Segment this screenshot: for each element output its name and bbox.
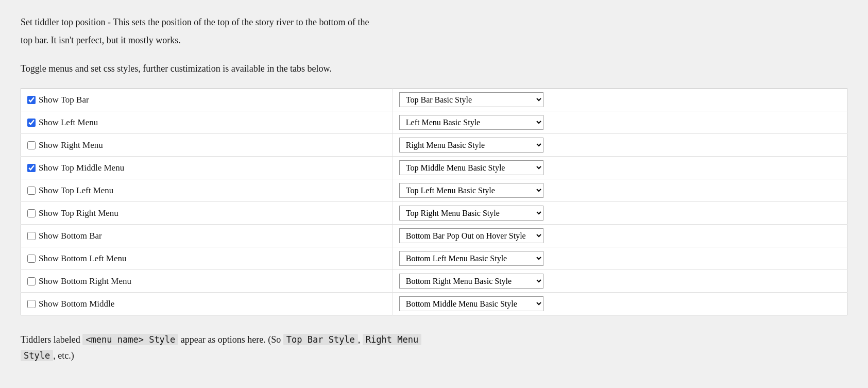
table-row: Show Bottom MiddleBottom Middle Menu Bas… — [21, 293, 847, 315]
select-show-left-menu[interactable]: Left Menu Basic StyleLeft Menu Hidden St… — [399, 115, 543, 130]
footer-text-before: Tiddlers labeled — [21, 334, 82, 345]
table-row: Show Top Middle MenuTop Middle Menu Basi… — [21, 157, 847, 179]
checkbox-cell-show-bottom-middle: Show Bottom Middle — [21, 293, 393, 315]
select-show-bottom-left-menu[interactable]: Bottom Left Menu Basic StyleBottom Left … — [399, 251, 543, 266]
select-show-top-left-menu[interactable]: Top Left Menu Basic StyleTop Left Menu H… — [399, 183, 543, 198]
checkbox-show-top-bar[interactable] — [27, 96, 36, 104]
select-show-bottom-right-menu[interactable]: Bottom Right Menu Basic StyleBottom Righ… — [399, 274, 543, 289]
checkbox-show-top-right-menu[interactable] — [27, 209, 36, 217]
select-cell-show-bottom-bar: Bottom Bar Pop Out on Hover StyleBottom … — [393, 225, 847, 247]
checkbox-show-right-menu[interactable] — [27, 141, 36, 149]
select-show-top-middle-menu[interactable]: Top Middle Menu Basic StyleTop Middle Me… — [399, 160, 543, 175]
select-show-right-menu[interactable]: Right Menu Basic StyleRight MenuRight Me… — [399, 138, 543, 153]
table-row: Show Top Left MenuTop Left Menu Basic St… — [21, 179, 847, 202]
checkbox-show-top-left-menu[interactable] — [27, 187, 36, 195]
checkbox-show-bottom-right-menu[interactable] — [27, 277, 36, 285]
checkbox-cell-show-right-menu: Show Right Menu — [21, 134, 393, 157]
checkbox-show-bottom-bar[interactable] — [27, 232, 36, 240]
table-row: Show Bottom Left MenuBottom Left Menu Ba… — [21, 247, 847, 270]
select-cell-show-right-menu: Right Menu Basic StyleRight MenuRight Me… — [393, 134, 847, 157]
label-show-left-menu[interactable]: Show Left Menu — [27, 117, 386, 128]
table-row: Show Bottom Right MenuBottom Right Menu … — [21, 270, 847, 293]
table-row: Show Top Right MenuTop Right Menu Basic … — [21, 202, 847, 225]
checkbox-cell-show-bottom-left-menu: Show Bottom Left Menu — [21, 247, 393, 270]
select-show-top-right-menu[interactable]: Top Right Menu Basic StyleTop Right Menu… — [399, 206, 543, 221]
description-block: Set tiddler top position - This sets the… — [21, 15, 847, 47]
table-row: Show Left MenuLeft Menu Basic StyleLeft … — [21, 111, 847, 134]
select-cell-show-top-bar: Top Bar Basic StyleBar Style TopTop Bar … — [393, 89, 847, 111]
footer-code2: Top Bar Style — [283, 334, 358, 345]
toggle-description: Toggle menus and set css styles, further… — [21, 62, 847, 76]
table-row: Show Bottom BarBottom Bar Pop Out on Hov… — [21, 225, 847, 247]
select-show-bottom-middle[interactable]: Bottom Middle Menu Basic StyleBottom Mid… — [399, 296, 543, 311]
checkbox-show-bottom-left-menu[interactable] — [27, 255, 36, 263]
label-show-top-left-menu[interactable]: Show Top Left Menu — [27, 185, 386, 196]
description-line2: top bar. It isn't perfect, but it mostly… — [21, 33, 847, 47]
select-show-top-bar[interactable]: Top Bar Basic StyleBar Style TopTop Bar … — [399, 92, 543, 107]
select-cell-show-top-right-menu: Top Right Menu Basic StyleTop Right Menu… — [393, 202, 847, 225]
select-cell-show-bottom-middle: Bottom Middle Menu Basic StyleBottom Mid… — [393, 293, 847, 315]
label-show-right-menu[interactable]: Show Right Menu — [27, 140, 386, 150]
checkbox-cell-show-left-menu: Show Left Menu — [21, 111, 393, 134]
select-show-bottom-bar[interactable]: Bottom Bar Pop Out on Hover StyleBottom … — [399, 228, 543, 243]
select-cell-show-bottom-left-menu: Bottom Left Menu Basic StyleBottom Left … — [393, 247, 847, 270]
checkbox-cell-show-top-middle-menu: Show Top Middle Menu — [21, 157, 393, 179]
checkbox-cell-show-top-left-menu: Show Top Left Menu — [21, 179, 393, 202]
checkbox-cell-show-bottom-right-menu: Show Bottom Right Menu — [21, 270, 393, 293]
checkbox-cell-show-top-right-menu: Show Top Right Menu — [21, 202, 393, 225]
footer-code1: <menu name> Style — [82, 334, 178, 345]
footer-text: Tiddlers labeled <menu name> Style appea… — [21, 332, 847, 363]
footer-newline-code: Style — [21, 350, 53, 361]
settings-table: Show Top BarTop Bar Basic StyleBar Style… — [21, 88, 847, 315]
footer-code3: Right Menu — [363, 334, 421, 345]
label-show-top-bar[interactable]: Show Top Bar — [27, 95, 386, 105]
table-row: Show Top BarTop Bar Basic StyleBar Style… — [21, 89, 847, 111]
select-cell-show-top-left-menu: Top Left Menu Basic StyleTop Left Menu H… — [393, 179, 847, 202]
checkbox-cell-show-bottom-bar: Show Bottom Bar — [21, 225, 393, 247]
footer-text-end: , etc.) — [53, 350, 74, 361]
label-show-top-middle-menu[interactable]: Show Top Middle Menu — [27, 163, 386, 173]
toggle-info-text: Toggle menus and set css styles, further… — [21, 62, 847, 76]
checkbox-show-left-menu[interactable] — [27, 119, 36, 127]
select-cell-show-left-menu: Left Menu Basic StyleLeft Menu Hidden St… — [393, 111, 847, 134]
footer-text-comma: , — [358, 334, 363, 345]
checkbox-cell-show-top-bar: Show Top Bar — [21, 89, 393, 111]
footer-text-middle: appear as options here. (So — [178, 334, 283, 345]
label-show-bottom-bar[interactable]: Show Bottom Bar — [27, 231, 386, 241]
select-cell-show-bottom-right-menu: Bottom Right Menu Basic StyleBottom Righ… — [393, 270, 847, 293]
label-show-bottom-middle[interactable]: Show Bottom Middle — [27, 299, 386, 309]
checkbox-show-bottom-middle[interactable] — [27, 300, 36, 308]
label-show-bottom-left-menu[interactable]: Show Bottom Left Menu — [27, 254, 386, 264]
description-line1: Set tiddler top position - This sets the… — [21, 15, 847, 29]
label-show-bottom-right-menu[interactable]: Show Bottom Right Menu — [27, 276, 386, 286]
label-show-top-right-menu[interactable]: Show Top Right Menu — [27, 208, 386, 218]
table-row: Show Right MenuRight Menu Basic StyleRig… — [21, 134, 847, 157]
select-cell-show-top-middle-menu: Top Middle Menu Basic StyleTop Middle Me… — [393, 157, 847, 179]
checkbox-show-top-middle-menu[interactable] — [27, 164, 36, 172]
